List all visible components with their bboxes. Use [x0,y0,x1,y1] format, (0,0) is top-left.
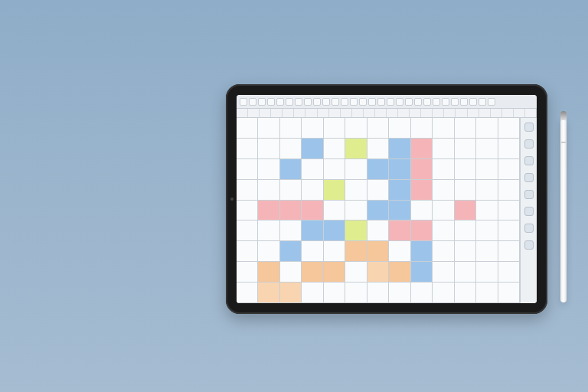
grid-cell[interactable] [411,220,433,241]
grid-cell[interactable] [476,220,498,241]
grid-cell[interactable] [498,201,520,221]
grid-cell[interactable] [280,262,302,283]
grid-cell[interactable] [324,241,345,262]
toolbar-button[interactable] [322,98,330,106]
grid-cell[interactable] [324,283,345,303]
grid-cell[interactable] [433,159,454,180]
toolbar-button[interactable] [451,98,459,106]
grid-cell[interactable] [280,283,302,303]
grid-cell[interactable] [368,159,389,180]
grid-cell[interactable] [476,180,498,201]
grid-cell[interactable] [411,180,433,201]
toolbar-button[interactable] [249,98,256,106]
grid-cell[interactable] [280,118,302,139]
grid-cell[interactable] [237,241,258,262]
grid-cell[interactable] [389,201,410,221]
spreadsheet-grid[interactable] [237,118,520,303]
toolbar-button[interactable] [267,98,275,106]
side-panel-icon[interactable] [524,173,534,182]
grid-cell[interactable] [324,159,345,180]
grid-cell[interactable] [345,201,367,221]
grid-cell[interactable] [302,159,323,180]
grid-cell[interactable] [237,201,258,221]
grid-cell[interactable] [302,220,323,241]
grid-cell[interactable] [368,201,389,221]
grid-cell[interactable] [258,201,279,221]
side-panel-icon[interactable] [524,224,534,233]
grid-cell[interactable] [476,262,498,283]
grid-cell[interactable] [258,241,279,262]
grid-cell[interactable] [237,262,258,283]
grid-cell[interactable] [498,220,520,241]
grid-cell[interactable] [476,241,498,262]
grid-cell[interactable] [280,159,302,180]
grid-cell[interactable] [324,180,345,201]
toolbar-button[interactable] [240,98,247,106]
grid-cell[interactable] [368,220,389,241]
toolbar-button[interactable] [387,98,394,106]
side-panel-icon[interactable] [524,156,534,165]
grid-cell[interactable] [237,159,258,180]
grid-cell[interactable] [389,159,410,180]
grid-cell[interactable] [433,201,454,221]
grid-cell[interactable] [411,118,433,139]
toolbar-button[interactable] [433,98,440,106]
grid-cell[interactable] [345,180,367,201]
grid-cell[interactable] [433,241,454,262]
grid-cell[interactable] [476,201,498,221]
grid-cell[interactable] [302,139,323,159]
grid-cell[interactable] [411,159,433,180]
grid-cell[interactable] [498,139,520,159]
toolbar-button[interactable] [479,98,486,106]
grid-cell[interactable] [345,220,367,241]
grid-cell[interactable] [498,241,520,262]
grid-cell[interactable] [411,262,433,283]
grid-cell[interactable] [455,118,476,139]
grid-cell[interactable] [389,283,410,303]
toolbar-button[interactable] [295,98,302,106]
grid-cell[interactable] [411,139,433,159]
grid-cell[interactable] [368,283,389,303]
toolbar-button[interactable] [341,98,348,106]
toolbar-button[interactable] [396,98,403,106]
toolbar-button[interactable] [414,98,422,106]
grid-cell[interactable] [476,118,498,139]
grid-cell[interactable] [433,118,454,139]
toolbar-button[interactable] [377,98,385,106]
grid-cell[interactable] [368,180,389,201]
stylus-pen[interactable] [560,119,567,302]
toolbar-button[interactable] [258,98,266,106]
grid-cell[interactable] [280,220,302,241]
grid-cell[interactable] [498,159,520,180]
grid-cell[interactable] [324,118,345,139]
grid-cell[interactable] [389,139,410,159]
side-panel-icon[interactable] [524,139,534,149]
grid-cell[interactable] [476,283,498,303]
toolbar-button[interactable] [304,98,312,106]
side-panel-icon[interactable] [524,240,534,250]
grid-cell[interactable] [455,180,476,201]
toolbar-button[interactable] [469,98,477,106]
side-panel-icon[interactable] [524,190,534,199]
grid-cell[interactable] [389,220,410,241]
grid-cell[interactable] [389,118,410,139]
grid-cell[interactable] [237,180,258,201]
toolbar-button[interactable] [332,98,339,106]
toolbar-button[interactable] [405,98,413,106]
grid-cell[interactable] [455,241,476,262]
grid-cell[interactable] [455,283,476,303]
grid-cell[interactable] [368,139,389,159]
grid-cell[interactable] [455,220,476,241]
toolbar-button[interactable] [423,98,431,106]
grid-cell[interactable] [237,118,258,139]
grid-cell[interactable] [258,262,279,283]
grid-cell[interactable] [237,283,258,303]
grid-cell[interactable] [345,159,367,180]
grid-cell[interactable] [258,220,279,241]
grid-cell[interactable] [455,262,476,283]
grid-cell[interactable] [498,118,520,139]
grid-cell[interactable] [411,283,433,303]
grid-cell[interactable] [280,241,302,262]
side-panel-icon[interactable] [524,122,534,132]
grid-cell[interactable] [302,262,323,283]
